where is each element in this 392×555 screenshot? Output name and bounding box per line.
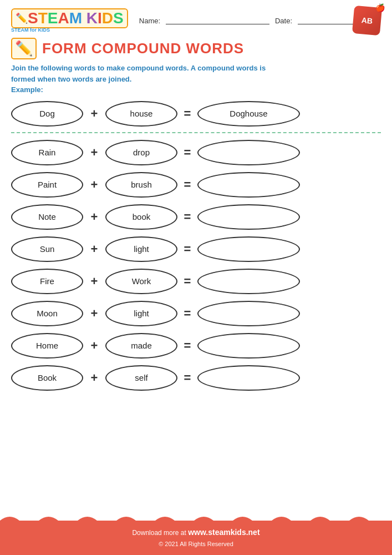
row-word1: Book xyxy=(11,365,83,391)
row-equals: = xyxy=(177,178,197,192)
row-word2: self xyxy=(105,365,177,391)
footer-url: www.steamkids.net xyxy=(188,528,259,537)
compound-row-1: Paint + brush = xyxy=(0,169,392,201)
example-answer: Doghouse xyxy=(197,101,300,127)
logo-area: ✏️ STEAM KIDS STEAM for KIDS xyxy=(11,8,128,33)
row-answer[interactable] xyxy=(197,301,300,326)
row-equals: = xyxy=(177,210,197,224)
row-word1: Moon xyxy=(11,301,83,326)
row-operator: + xyxy=(83,274,105,289)
row-answer[interactable] xyxy=(197,236,300,262)
row-operator: + xyxy=(83,178,105,192)
example-row: Dog + house = Doghouse xyxy=(0,99,392,129)
row-answer[interactable] xyxy=(197,333,300,359)
page-footer: Download more at www.steamkids.net © 202… xyxy=(0,521,392,555)
row-operator: + xyxy=(83,145,105,160)
row-word2: light xyxy=(105,301,177,326)
title-area: ✏️ FORM COMPOUND WORDS xyxy=(0,37,392,62)
instructions-area: Join the following words to make compoun… xyxy=(0,62,392,99)
row-word1: Note xyxy=(11,204,83,230)
compound-row-7: Book + self = xyxy=(0,362,392,394)
main-title: FORM COMPOUND WORDS xyxy=(42,40,244,57)
row-equals: = xyxy=(177,371,197,385)
row-equals: = xyxy=(177,306,197,321)
footer-scallop xyxy=(0,513,392,521)
row-word2: made xyxy=(105,333,177,359)
row-word2: drop xyxy=(105,140,177,165)
row-operator: + xyxy=(83,339,105,353)
row-equals: = xyxy=(177,339,197,353)
row-operator: + xyxy=(83,371,105,385)
row-operator: + xyxy=(83,210,105,224)
title-pencil-icon: ✏️ xyxy=(11,38,37,59)
pencil-logo-icon: ✏️ xyxy=(16,12,28,24)
row-word1: Sun xyxy=(11,236,83,262)
row-word1: Fire xyxy=(11,269,83,294)
rows-container: Rain + drop = Paint + brush = Note + boo… xyxy=(0,137,392,394)
instruction-line2: formed when two words are joined. xyxy=(11,75,131,83)
row-word1: Home xyxy=(11,333,83,359)
compound-row-6: Home + made = xyxy=(0,330,392,362)
row-word1: Paint xyxy=(11,172,83,198)
row-equals: = xyxy=(177,242,197,256)
logo-box: ✏️ STEAM KIDS xyxy=(11,8,128,28)
compound-row-3: Sun + light = xyxy=(0,233,392,265)
footer-text: Download more at www.steamkids.net © 202… xyxy=(11,526,381,549)
example-word2: house xyxy=(105,101,177,127)
footer-copyright: © 2021 All Rights Reserved xyxy=(159,541,233,547)
row-answer[interactable] xyxy=(197,365,300,391)
row-answer[interactable] xyxy=(197,269,300,294)
row-word1: Rain xyxy=(11,140,83,165)
compound-row-0: Rain + drop = xyxy=(0,137,392,169)
row-operator: + xyxy=(83,306,105,321)
apple-icon: 🍎 xyxy=(375,3,385,12)
dashed-separator xyxy=(11,132,381,133)
page-header: ✏️ STEAM KIDS STEAM for KIDS Name: Date:… xyxy=(0,0,392,37)
row-word2: light xyxy=(105,236,177,262)
example-word1: Dog xyxy=(11,101,83,127)
row-answer[interactable] xyxy=(197,172,300,198)
row-answer[interactable] xyxy=(197,204,300,230)
date-input-line xyxy=(298,17,353,24)
row-answer[interactable] xyxy=(197,140,300,165)
row-equals: = xyxy=(177,274,197,289)
ab-badge-icon: AB 🍎 xyxy=(352,6,382,36)
row-word2: brush xyxy=(105,172,177,198)
name-input-line xyxy=(166,17,269,24)
instruction-line1: Join the following words to make compoun… xyxy=(11,64,266,72)
date-label: Date: xyxy=(275,17,292,25)
name-date-area: Name: Date: xyxy=(128,17,353,25)
example-operator: + xyxy=(83,107,105,121)
logo-text: STEAM KIDS xyxy=(28,11,124,26)
row-equals: = xyxy=(177,145,197,160)
compound-row-5: Moon + light = xyxy=(0,297,392,330)
example-equals: = xyxy=(177,107,197,121)
name-label: Name: xyxy=(139,17,160,25)
row-operator: + xyxy=(83,242,105,256)
compound-row-4: Fire + Work = xyxy=(0,265,392,297)
example-label: Example: xyxy=(11,85,43,94)
row-word2: Work xyxy=(105,269,177,294)
compound-row-2: Note + book = xyxy=(0,201,392,233)
logo-subtitle: STEAM for KIDS xyxy=(11,27,50,33)
footer-download-text: Download more at xyxy=(132,529,188,537)
row-word2: book xyxy=(105,204,177,230)
